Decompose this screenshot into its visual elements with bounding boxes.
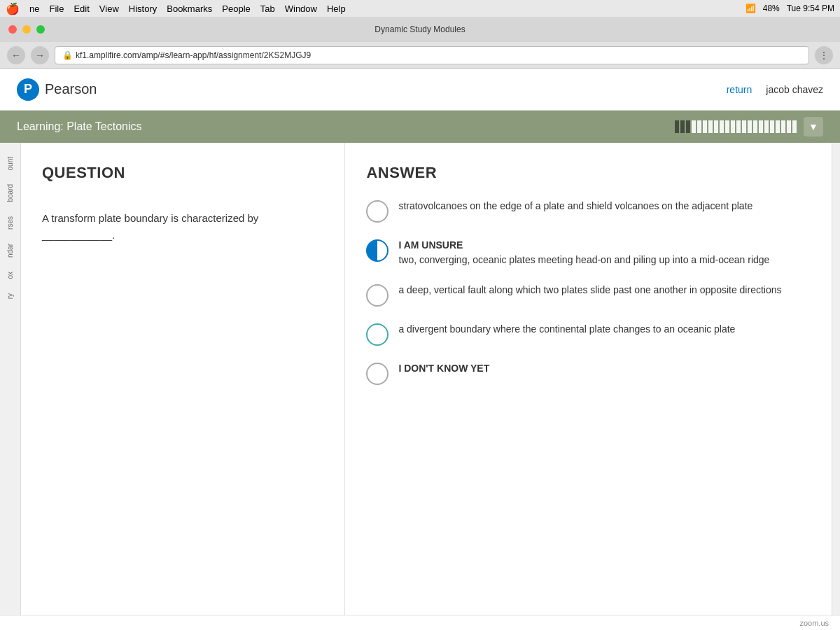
menu-help[interactable]: Help: [327, 4, 346, 14]
address-bar[interactable]: 🔒 kf1.amplifire.com/amp/#s/learn-app/hf/…: [55, 46, 809, 64]
answer-option-5[interactable]: I DON'T KNOW YET: [366, 361, 811, 385]
sidebar-label-ox: ox: [6, 272, 14, 279]
answer-text-2: I AM UNSURE two, converging, oceanic pla…: [398, 238, 769, 267]
answer-bold-label-2: I AM UNSURE: [398, 239, 463, 251]
fullscreen-button[interactable]: [36, 25, 45, 34]
menu-bar: 🍎 ne File Edit View History Bookmarks Pe…: [0, 0, 840, 17]
question-panel: QUESTION A transform plate boundary is c…: [21, 143, 345, 615]
url-display: kf1.amplifire.com/amp/#s/learn-app/hf/as…: [76, 50, 311, 60]
answer-subtext-2: two, converging, oceanic plates meeting …: [398, 254, 769, 265]
progress-bars: [675, 120, 797, 133]
sidebar-label-rses: rses: [6, 216, 14, 230]
user-name: jacob chavez: [766, 84, 823, 95]
answer-bold-label-5: I DON'T KNOW YET: [398, 363, 489, 374]
module-title-bar: Learning: Plate Tectonics ▼: [0, 111, 840, 143]
return-link[interactable]: return: [727, 84, 752, 95]
nav-bar: ← → 🔒 kf1.amplifire.com/amp/#s/learn-app…: [0, 42, 840, 69]
pearson-header-right: return jacob chavez: [727, 84, 823, 95]
pearson-logo-circle: P: [17, 78, 39, 101]
pearson-logo: P Pearson: [17, 78, 97, 101]
menu-history[interactable]: History: [129, 4, 157, 14]
answer-option-1[interactable]: stratovolcanoes on the edge of a plate a…: [366, 199, 811, 223]
answer-text-1: stratovolcanoes on the edge of a plate a…: [398, 199, 752, 214]
menu-bookmarks[interactable]: Bookmarks: [167, 4, 212, 14]
qa-section: QUESTION A transform plate boundary is c…: [21, 143, 840, 615]
question-text: A transform plate boundary is characteri…: [42, 210, 323, 244]
lock-icon: 🔒: [62, 50, 73, 60]
more-options-button[interactable]: ⋮: [815, 46, 833, 64]
answer-option-4[interactable]: a divergent boundary where the continent…: [366, 322, 811, 346]
apple-menu[interactable]: 🍎: [6, 2, 20, 15]
answer-text-4: a divergent boundary where the continent…: [398, 322, 735, 337]
answer-circle-3: [366, 284, 388, 307]
back-button[interactable]: ←: [7, 46, 25, 64]
sidebar-label-count: ount: [6, 157, 14, 170]
progress-area: ▼: [675, 117, 823, 136]
forward-button[interactable]: →: [31, 46, 49, 64]
main-content: ount board rses ndar ox ry QUESTION A tr…: [0, 143, 840, 615]
menu-bar-right: 📶 48% Tue 9:54 PM: [746, 4, 834, 13]
question-header: QUESTION: [42, 164, 323, 182]
answer-circle-1: [366, 200, 388, 223]
menu-window[interactable]: Window: [285, 4, 317, 14]
sidebar-label-ndar: ndar: [6, 244, 14, 258]
minimize-button[interactable]: [22, 25, 31, 34]
module-title: Learning: Plate Tectonics: [17, 120, 141, 133]
sidebar-label-board: board: [6, 184, 14, 202]
menu-edit[interactable]: Edit: [74, 4, 89, 14]
pearson-header: P Pearson return jacob chavez: [0, 69, 840, 111]
battery-indicator: 48%: [763, 4, 780, 13]
close-button[interactable]: [8, 25, 17, 34]
answer-circle-4: [366, 323, 388, 346]
title-bar: Dynamic Study Modules: [0, 17, 840, 42]
left-sidebar: ount board rses ndar ox ry: [0, 143, 21, 615]
answer-circle-5: [366, 363, 388, 385]
answer-panel: ANSWER stratovolcanoes on the edge of a …: [345, 143, 832, 615]
answer-option-3[interactable]: a deep, vertical fault along which two p…: [366, 283, 811, 307]
pearson-name: Pearson: [45, 81, 97, 97]
menu-tab[interactable]: Tab: [260, 4, 275, 14]
answer-circle-2: [366, 239, 388, 262]
answer-header: ANSWER: [366, 164, 811, 182]
menu-ne[interactable]: ne: [29, 4, 39, 14]
time-display: Tue 9:54 PM: [787, 4, 834, 13]
sidebar-label-ry: ry: [6, 293, 14, 299]
wifi-icon: 📶: [746, 4, 756, 13]
progress-dropdown-button[interactable]: ▼: [804, 117, 823, 136]
scrollbar-track[interactable]: [832, 143, 840, 615]
menu-bar-left: 🍎 ne File Edit View History Bookmarks Pe…: [6, 2, 346, 15]
answer-text-3: a deep, vertical fault along which two p…: [398, 283, 781, 298]
answer-option-2[interactable]: I AM UNSURE two, converging, oceanic pla…: [366, 238, 811, 267]
menu-view[interactable]: View: [99, 4, 119, 14]
browser-window: Dynamic Study Modules ← → 🔒 kf1.amplifir…: [0, 17, 840, 630]
answer-text-5: I DON'T KNOW YET: [398, 361, 489, 376]
page-content: P Pearson return jacob chavez Learning: …: [0, 69, 840, 630]
menu-people[interactable]: People: [222, 4, 250, 14]
menu-file[interactable]: File: [49, 4, 64, 14]
window-title: Dynamic Study Modules: [374, 24, 465, 34]
zoom-watermark: zoom.us: [0, 615, 840, 630]
